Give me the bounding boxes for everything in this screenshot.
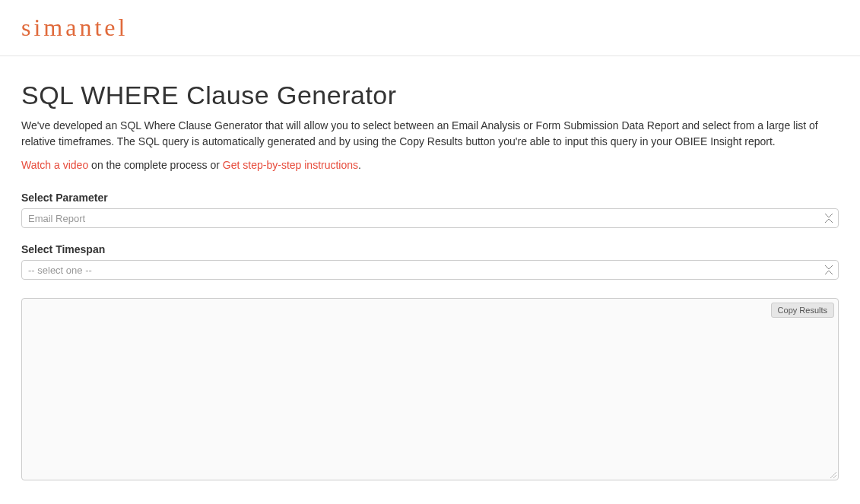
- main-container: SQL WHERE Clause Generator We've develop…: [0, 56, 860, 496]
- timespan-select-wrap: -- select one --: [21, 260, 839, 280]
- parameter-select-wrap: Email Report: [21, 208, 839, 228]
- parameter-label: Select Parameter: [21, 192, 839, 204]
- timespan-group: Select Timespan -- select one --: [21, 243, 839, 280]
- parameter-select[interactable]: Email Report: [21, 208, 839, 228]
- copy-results-button[interactable]: Copy Results: [771, 303, 834, 318]
- secondary-mid1: on the complete process or: [88, 159, 223, 171]
- parameter-group: Select Parameter Email Report: [21, 192, 839, 228]
- timespan-label: Select Timespan: [21, 243, 839, 255]
- timespan-select[interactable]: -- select one --: [21, 260, 839, 280]
- watch-video-link[interactable]: Watch a video: [21, 159, 88, 171]
- secondary-text: Watch a video on the complete process or…: [21, 157, 839, 173]
- secondary-tail: .: [358, 159, 361, 171]
- intro-text: We've developed an SQL Where Clause Gene…: [21, 118, 839, 150]
- results-box: Copy Results: [21, 298, 839, 480]
- page-title: SQL WHERE Clause Generator: [21, 81, 839, 110]
- results-textarea[interactable]: [22, 299, 838, 480]
- instructions-link[interactable]: Get step-by-step instructions: [223, 159, 358, 171]
- logo: SIMANTEL: [21, 14, 860, 42]
- header: SIMANTEL: [0, 0, 860, 56]
